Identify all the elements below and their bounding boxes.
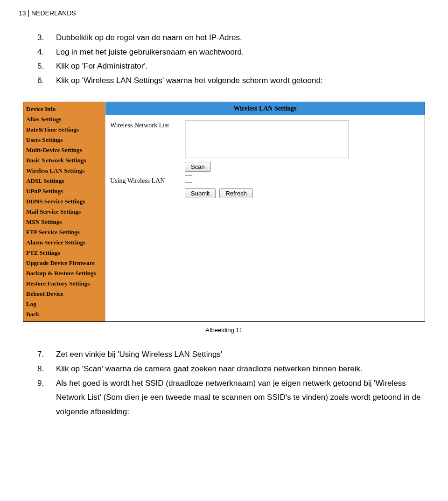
sidebar-item-ftp-service-settings[interactable]: FTP Service Settings: [23, 227, 105, 237]
sidebar: Device Info Alias Settings Date&Time Set…: [23, 102, 105, 321]
wireless-network-list-label: Wireless Network List: [110, 120, 185, 129]
sidebar-item-wireless-lan-settings[interactable]: Wireless LAN Settings: [23, 166, 105, 176]
figure-caption: Afbeelding 11: [19, 327, 429, 334]
instruction-item: 8. Klik op 'Scan' waarna de camera gaat …: [37, 362, 429, 376]
sidebar-item-alarm-service-settings[interactable]: Alarm Service Settings: [23, 237, 105, 248]
instruction-number: 5.: [37, 59, 56, 74]
sidebar-item-msn-settings[interactable]: MSN Settings: [23, 217, 105, 227]
sidebar-item-ddns-service-settings[interactable]: DDNS Service Settings: [23, 196, 105, 207]
sidebar-item-mail-service-settings[interactable]: Mail Service Settings: [23, 207, 105, 217]
refresh-button[interactable]: Refresh: [219, 188, 253, 198]
instruction-item: 7. Zet een vinkje bij 'Using Wireless LA…: [37, 348, 429, 362]
sidebar-item-device-info[interactable]: Device Info: [23, 104, 105, 114]
instruction-text: Klik op 'For Administrator'.: [56, 59, 429, 74]
instruction-text: Log in met het juiste gebruikersnaam en …: [56, 45, 429, 60]
instruction-number: 7.: [37, 348, 56, 362]
main-panel: Wireless LAN Settings Wireless Network L…: [105, 102, 425, 321]
sidebar-item-datetime-settings[interactable]: Date&Time Settings: [23, 125, 105, 135]
instruction-number: 9.: [37, 376, 56, 419]
sidebar-item-basic-network-settings[interactable]: Basic Network Settings: [23, 155, 105, 166]
sidebar-item-alias-settings[interactable]: Alias Settings: [23, 114, 105, 125]
instructions-top: 3. Dubbelklik op de regel van de naam en…: [37, 31, 429, 88]
sidebar-item-backup-restore[interactable]: Backup & Restore Settings: [23, 268, 105, 278]
page-header: 13 | NEDERLANDS: [19, 9, 429, 17]
scan-button[interactable]: Scan: [185, 162, 211, 172]
sidebar-item-reboot-device[interactable]: Reboot Device: [23, 289, 105, 299]
instruction-text: Klik op 'Wireless LAN Settings' waarna h…: [56, 74, 429, 88]
instruction-number: 8.: [37, 362, 56, 376]
instruction-item: 4. Log in met het juiste gebruikersnaam …: [37, 45, 429, 60]
submit-button[interactable]: Submit: [185, 188, 216, 198]
instructions-bottom: 7. Zet een vinkje bij 'Using Wireless LA…: [37, 348, 429, 419]
instruction-text: Als het goed is wordt het SSID (draadloz…: [56, 376, 429, 419]
instruction-text: Klik op 'Scan' waarna de camera gaat zoe…: [56, 362, 429, 376]
instruction-item: 5. Klik op 'For Administrator'.: [37, 59, 429, 74]
sidebar-item-back[interactable]: Back: [23, 309, 105, 320]
sidebar-item-restore-factory[interactable]: Restore Factory Settings: [23, 278, 105, 289]
instruction-number: 4.: [37, 45, 56, 60]
instruction-number: 6.: [37, 74, 56, 88]
instruction-item: 9. Als het goed is wordt het SSID (draad…: [37, 376, 429, 419]
sidebar-item-upgrade-firmware[interactable]: Upgrade Device Firmware: [23, 258, 105, 268]
using-wireless-lan-label: Using Wireless LAN: [110, 175, 185, 185]
sidebar-item-users-settings[interactable]: Users Settings: [23, 135, 105, 145]
instruction-item: 3. Dubbelklik op de regel van de naam en…: [37, 31, 429, 45]
settings-screenshot: Device Info Alias Settings Date&Time Set…: [23, 102, 425, 322]
wireless-network-list[interactable]: [185, 120, 349, 158]
sidebar-item-adsl-settings[interactable]: ADSL Settings: [23, 176, 105, 186]
instruction-item: 6. Klik op 'Wireless LAN Settings' waarn…: [37, 74, 429, 88]
sidebar-item-ptz-settings[interactable]: PTZ Settings: [23, 248, 105, 258]
using-wireless-lan-checkbox[interactable]: [185, 175, 192, 183]
instruction-number: 3.: [37, 31, 56, 45]
sidebar-item-multidevice-settings[interactable]: Multi-Device Settings: [23, 145, 105, 155]
instruction-text: Dubbelklik op de regel van de naam en he…: [56, 31, 429, 45]
instruction-text: Zet een vinkje bij 'Using Wireless LAN S…: [56, 348, 429, 362]
panel-title: Wireless LAN Settings: [105, 102, 425, 115]
sidebar-item-upnp-settings[interactable]: UPnP Settings: [23, 186, 105, 196]
sidebar-item-log[interactable]: Log: [23, 299, 105, 309]
